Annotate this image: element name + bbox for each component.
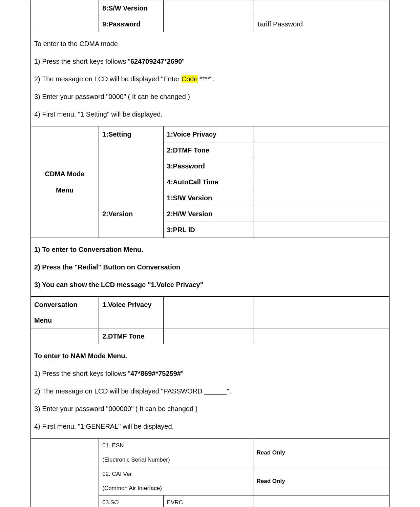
cell-dtmf: 2:DTMF Tone bbox=[163, 142, 253, 158]
cell-caiver-desc: (Common Air Interface) bbox=[99, 481, 253, 495]
cell-password: 9:Password bbox=[99, 16, 164, 32]
table-row: Conversation 1.Voice Privacy bbox=[31, 297, 390, 313]
cell-prlid: 3:PRL ID bbox=[163, 222, 253, 238]
section-cdma-mode: To enter to the CDMA mode 1) Press the s… bbox=[31, 32, 390, 126]
table-row: 01. General 01. ESN Read Only bbox=[31, 439, 390, 453]
section-line: 1) Press the short keys follows "47*869#… bbox=[34, 365, 386, 382]
cell-empty bbox=[253, 206, 389, 222]
cell-so: 03.SO bbox=[99, 495, 164, 507]
section-line: 3) You can show the LCD message "1.Voice… bbox=[34, 276, 386, 293]
cell-empty bbox=[163, 328, 253, 344]
cell-msm6000: MSM6000 Chip just supported the EVRC. bbox=[253, 495, 389, 507]
cell-password: 3:Password bbox=[163, 158, 253, 174]
cell-voice-privacy: 1:Voice Privacy bbox=[163, 126, 253, 142]
cell-empty bbox=[31, 328, 99, 344]
cell-empty bbox=[253, 158, 389, 174]
cell-readonly2: Read Only bbox=[253, 467, 389, 495]
cell-setting: 1:Setting bbox=[99, 126, 164, 190]
cell-empty bbox=[31, 0, 99, 32]
cell-empty bbox=[253, 190, 389, 206]
cell-empty bbox=[163, 16, 253, 32]
cell-hwversion: 2:H/W Version bbox=[163, 206, 253, 222]
cell-readonly1: Read Only bbox=[253, 439, 389, 467]
cell-menu: Menu bbox=[31, 312, 99, 328]
cell-cdma-mode-menu: CDMA ModeMenu bbox=[31, 126, 99, 238]
section-line: 3) Enter your password "000000" ( It can… bbox=[34, 400, 386, 418]
cell-voice-privacy2: 1.Voice Privacy bbox=[99, 297, 164, 328]
table-row: To enter to NAM Mode Menu. 1) Press the … bbox=[31, 344, 390, 438]
cell-empty bbox=[163, 297, 253, 328]
table-row: CDMA ModeMenu 1:Setting 1:Voice Privacy bbox=[31, 126, 390, 142]
section-line: 4) First menu, "1.GENERAL" will be displ… bbox=[34, 418, 386, 435]
section-line: 3) Enter your password "0000" ( It can b… bbox=[34, 88, 386, 105]
cell-empty bbox=[253, 142, 389, 158]
section-line: 1) To enter to Conversation Menu. bbox=[34, 241, 386, 258]
cdma-mode-menu-table: CDMA ModeMenu 1:Setting 1:Voice Privacy … bbox=[30, 126, 390, 297]
table-row: 2.DTMF Tone bbox=[31, 328, 390, 344]
section-conversation: 1) To enter to Conversation Menu. 2) Pre… bbox=[31, 238, 390, 297]
cell-empty bbox=[163, 0, 253, 16]
section-nam-mode: To enter to NAM Mode Menu. 1) Press the … bbox=[31, 344, 390, 438]
cell-version: 2:Version bbox=[99, 190, 164, 238]
cell-empty bbox=[253, 222, 389, 238]
table-row: 8:S/W Version bbox=[31, 0, 390, 16]
cell-empty bbox=[253, 126, 389, 142]
section-header: To enter to NAM Mode Menu. bbox=[34, 347, 386, 365]
section-header: To enter to the CDMA mode bbox=[34, 35, 386, 53]
section-line: 1) Press the short keys follows "6247092… bbox=[34, 53, 386, 70]
section-line: 2) The message on LCD will be displayed … bbox=[34, 70, 386, 88]
general-table: 01. General 01. ESN Read Only (Electroni… bbox=[30, 438, 390, 507]
cell-swversion2: 1:S/W Version bbox=[163, 190, 253, 206]
cell-empty bbox=[253, 174, 389, 190]
table-row: 1) To enter to Conversation Menu. 2) Pre… bbox=[31, 238, 390, 297]
section-line: 4) First menu, "1.Setting" will be displ… bbox=[34, 105, 386, 123]
top-table: 8:S/W Version 9:Password Tariff Password… bbox=[30, 0, 390, 126]
cell-empty bbox=[253, 328, 389, 344]
section-line: 2) Press the "Redial" Button on Conversa… bbox=[34, 258, 386, 276]
cell-evrc: EVRC bbox=[163, 495, 253, 507]
conversation-menu-table: Conversation 1.Voice Privacy Menu 2.DTMF… bbox=[30, 297, 390, 438]
cell-tariff: Tariff Password bbox=[253, 16, 389, 32]
cell-autocall: 4:AutoCall Time bbox=[163, 174, 253, 190]
section-line: 2) The message on LCD will be displayed … bbox=[34, 382, 386, 400]
cell-empty bbox=[253, 0, 389, 16]
cell-caiver: 02. CAI Ver bbox=[99, 467, 253, 481]
cell-swversion: 8:S/W Version bbox=[99, 0, 164, 16]
cell-empty bbox=[253, 297, 389, 328]
cell-conversation: Conversation bbox=[31, 297, 99, 313]
cell-esn-desc: (Electronic Serial Number) bbox=[99, 453, 253, 467]
cell-dtmf2: 2.DTMF Tone bbox=[99, 328, 164, 344]
cell-general: 01. General bbox=[31, 439, 99, 507]
cell-esn: 01. ESN bbox=[99, 439, 253, 453]
table-row: To enter to the CDMA mode 1) Press the s… bbox=[31, 32, 390, 126]
